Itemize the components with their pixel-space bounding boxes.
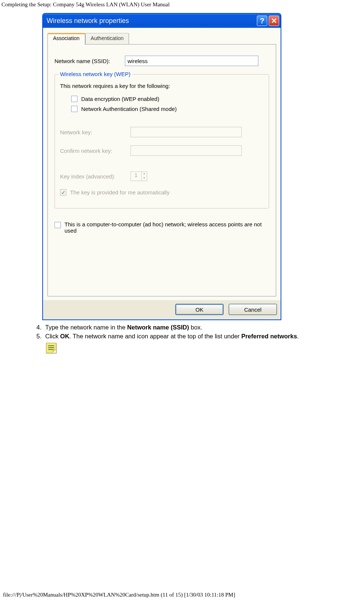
help-icon: ? bbox=[260, 17, 264, 25]
confirm-label: Confirm network key: bbox=[60, 148, 130, 154]
wep-text: This network requires a key for the foll… bbox=[60, 83, 264, 89]
close-icon: ✕ bbox=[271, 16, 277, 25]
spinner-down-icon: ▼ bbox=[142, 176, 147, 181]
step-5-text-e: . bbox=[297, 333, 299, 339]
step-4-text-a: Type the network name in the bbox=[45, 324, 127, 331]
note-icon-wrap bbox=[46, 343, 364, 353]
cb-adhoc[interactable] bbox=[54, 222, 61, 228]
cb-autokey bbox=[60, 189, 66, 196]
step-5-bold-pref: Preferred networks bbox=[241, 333, 297, 339]
cb-autokey-label: The key is provided for me automatically bbox=[70, 189, 169, 196]
titlebar: Wireless network properties ? ✕ bbox=[43, 14, 281, 28]
step-5: 5. Click OK. The network name and icon a… bbox=[31, 332, 364, 340]
wep-legend: Wireless network key (WEP) bbox=[59, 71, 132, 77]
netkey-input bbox=[130, 127, 242, 137]
cancel-button[interactable]: Cancel bbox=[229, 304, 277, 315]
cb-adhoc-label: This is a computer-to-computer (ad hoc) … bbox=[64, 221, 269, 234]
tab-panel-association: Network name (SSID): Wireless network ke… bbox=[47, 44, 276, 296]
tab-association[interactable]: Association bbox=[47, 33, 85, 45]
note-icon bbox=[46, 343, 56, 353]
cb-autokey-row: The key is provided for me automatically bbox=[60, 189, 264, 196]
window-title: Wireless network properties bbox=[47, 17, 255, 25]
netkey-label: Network key: bbox=[60, 129, 130, 135]
close-button[interactable]: ✕ bbox=[269, 16, 279, 26]
step-4-bold: Network name (SSID) bbox=[127, 324, 189, 331]
step-4-text-c: box. bbox=[189, 324, 202, 331]
cb-data-encryption[interactable] bbox=[71, 96, 77, 102]
spinner-up-icon: ▲ bbox=[142, 172, 147, 176]
step-5-bold-ok: OK bbox=[60, 333, 69, 339]
page-header: Completing the Setup: Company 54g Wirele… bbox=[1, 1, 364, 8]
step-5-text-a: Click bbox=[45, 333, 60, 339]
confirm-input bbox=[130, 145, 242, 156]
wep-groupbox: Wireless network key (WEP) This network … bbox=[54, 74, 269, 209]
step-5-num: 5. bbox=[31, 332, 42, 340]
cb-data-encryption-row: Data encryption (WEP enabled) bbox=[71, 96, 264, 102]
cb-net-auth-row: Network Authentication (Shared mode) bbox=[71, 106, 264, 112]
ssid-input[interactable] bbox=[125, 56, 258, 66]
ok-button[interactable]: OK bbox=[175, 304, 224, 315]
help-button[interactable]: ? bbox=[257, 16, 267, 26]
cb-data-encryption-label: Data encryption (WEP enabled) bbox=[81, 96, 159, 102]
step-5-text-c: . The network name and icon appear at th… bbox=[69, 333, 241, 339]
keyindex-value: 1 bbox=[130, 171, 142, 181]
page-footer: file:///P|/User%20Manuals/HP%20XP%20WLAN… bbox=[3, 592, 235, 598]
cb-net-auth-label: Network Authentication (Shared mode) bbox=[81, 106, 177, 112]
keyindex-spinner: 1 ▲ ▼ bbox=[130, 171, 147, 181]
instruction-steps: 4. Type the network name in the Network … bbox=[31, 323, 364, 341]
tabs: Association Authentication bbox=[47, 33, 276, 44]
dialog-screenshot: Wireless network properties ? ✕ Associat… bbox=[42, 13, 364, 320]
step-4-num: 4. bbox=[31, 323, 42, 331]
cb-adhoc-row: This is a computer-to-computer (ad hoc) … bbox=[54, 221, 269, 234]
step-4: 4. Type the network name in the Network … bbox=[31, 323, 364, 331]
cb-net-auth[interactable] bbox=[71, 106, 77, 112]
button-bar: OK Cancel bbox=[43, 300, 281, 319]
keyindex-label: Key index (advanced): bbox=[60, 173, 130, 180]
wireless-properties-window: Wireless network properties ? ✕ Associat… bbox=[42, 13, 281, 320]
ssid-label: Network name (SSID): bbox=[54, 58, 125, 64]
tab-authentication[interactable]: Authentication bbox=[85, 33, 129, 44]
